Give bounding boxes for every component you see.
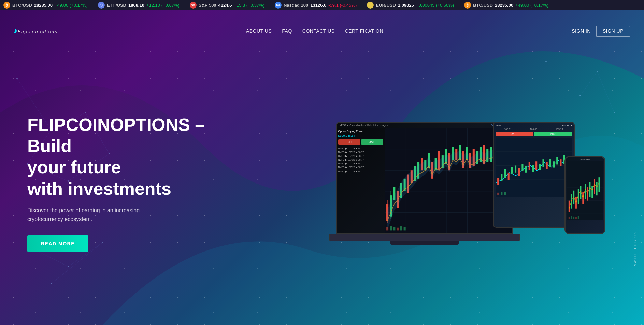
svg-rect-89 (511, 167, 513, 173)
ticker-change-sp500: +15.3 (+0.37%) (234, 3, 264, 8)
ticker-name-btc1: BTC/USD (12, 3, 32, 8)
svg-rect-75 (386, 227, 388, 230)
col-bid: 105.00 (521, 128, 546, 131)
logo-wordmark: Flipcoinoptions (18, 29, 58, 34)
ticker-bar: ₿BTC/USD28235.00+49.00 (+0.17%)⬡ETH/USD1… (0, 0, 644, 10)
header: 𝐅Flipcoinoptions ABOUT USFAQCONTACT USCE… (0, 21, 644, 42)
sell-btn: SELL (496, 132, 533, 136)
svg-rect-128 (568, 217, 570, 219)
svg-rect-122 (587, 187, 588, 201)
svg-rect-114 (568, 200, 570, 212)
ticker-item-btc1: ₿BTC/USD28235.00+49.00 (+0.17%) (3, 2, 88, 9)
ticker-item-sp500: 500S&P 5004124.6+15.3 (+0.37%) (190, 2, 264, 9)
nav-item-faq[interactable]: FAQ (282, 28, 292, 34)
laptop-screen: NFSC ▼ Charts Markets Watchlist Messages… (337, 123, 512, 233)
svg-rect-102 (556, 157, 558, 164)
main-nav: ABOUT USFAQCONTACT USCERTIFICATION (246, 28, 383, 34)
bid-label: BID (338, 139, 360, 145)
hero-content: FLIPCOINOPTIONS – Build your future with… (0, 10, 644, 325)
svg-rect-129 (571, 216, 572, 219)
ticker-price-eth: 1808.10 (128, 3, 144, 8)
hero-section: 𝐅Flipcoinoptions ABOUT USFAQCONTACT USCE… (0, 10, 644, 325)
svg-rect-86 (501, 174, 502, 181)
buy-btn: BUY (534, 132, 572, 136)
ticker-name-sp500: S&P 500 (199, 3, 216, 8)
svg-rect-127 (598, 177, 600, 192)
laptop-screen-frame: NFSC ▼ Charts Markets Watchlist Messages… (336, 122, 513, 234)
phone-device: Top Movers (564, 156, 605, 234)
chart-symbol: NFSC ▼ Charts Markets Watchlist Messages (340, 124, 388, 126)
svg-rect-131 (575, 217, 577, 219)
scroll-line (635, 208, 635, 229)
ticker-price-nasdaq: 13126.6 (310, 3, 326, 8)
ticker-change-btc1: +49.00 (+0.17%) (55, 3, 88, 8)
devices-group: NFSC ▼ Charts Markets Watchlist Messages… (329, 122, 520, 245)
svg-rect-92 (521, 164, 523, 171)
svg-rect-100 (549, 159, 551, 167)
chart-header: NFSC ▼ Charts Markets Watchlist Messages… (337, 123, 512, 128)
col-last: 105.21 (496, 128, 520, 131)
logo[interactable]: 𝐅Flipcoinoptions (14, 28, 58, 35)
sign-up-button[interactable]: SIGN UP (596, 26, 630, 37)
svg-rect-124 (591, 186, 593, 198)
hero-text: FLIPCOINOPTIONS – Build your future with… (27, 114, 232, 252)
svg-rect-99 (546, 162, 547, 169)
svg-rect-108 (504, 192, 506, 194)
ticker-name-eurusd: EUR/USD (376, 3, 396, 8)
tablet-header: NFSC 105.2379 (496, 124, 572, 127)
ticker-item-btc2: ₿BTC/USD28235.00+49.00 (+0.17%) (464, 2, 548, 9)
ticker-icon-btc2: ₿ (464, 2, 471, 9)
hero-title: FLIPCOINOPTIONS – Build your future with… (27, 114, 232, 200)
tablet-content: NFSC 105.2379 105.21 105.00 105.24 SELL … (494, 123, 574, 227)
logo-text: 𝐅 (14, 28, 18, 35)
svg-rect-93 (525, 166, 527, 172)
nav-item-contact-us[interactable]: CONTACT US (302, 28, 335, 34)
ask-label: ASK (361, 139, 383, 145)
svg-rect-79 (400, 226, 402, 230)
ticker-change-eurusd: +0.00645 (+0.60%) (416, 3, 454, 8)
hero-title-line3: with investments (27, 179, 171, 199)
ticker-price-eurusd: 1.09026 (398, 3, 414, 8)
nav-item-certification[interactable]: CERTIFICATION (345, 28, 384, 34)
col-ask: 105.24 (547, 128, 572, 131)
hero-subtitle: Discover the power of earning in an incr… (27, 206, 171, 224)
svg-rect-91 (518, 168, 520, 176)
ticker-icon-nasdaq: 100 (275, 2, 282, 9)
svg-rect-103 (560, 159, 561, 166)
laptop-device: NFSC ▼ Charts Markets Watchlist Messages… (329, 122, 520, 245)
tablet-screen: NFSC 105.2379 105.21 105.00 105.24 SELL … (494, 123, 574, 227)
svg-rect-87 (504, 169, 506, 177)
ticker-change-nasdaq: -59.1 (-0.45%) (328, 3, 357, 8)
svg-rect-77 (393, 227, 395, 230)
read-more-button[interactable]: READ MORE (27, 235, 88, 252)
ticker-item-eurusd: €EUR/USD1.09026+0.00645 (+0.60%) (367, 2, 454, 9)
nav-item-about-us[interactable]: ABOUT US (246, 28, 272, 34)
svg-rect-107 (501, 192, 502, 194)
svg-rect-126 (596, 182, 597, 195)
sidebar-heading: Option Buying Power (338, 130, 383, 133)
sign-in-button[interactable]: SIGN IN (572, 28, 591, 34)
hero-title-line1: FLIPCOINOPTIONS – Build (27, 115, 205, 156)
svg-rect-101 (553, 161, 554, 167)
chart-sidebar: Option Buying Power $100,046.64 BID ASK … (337, 128, 385, 233)
svg-rect-106 (497, 192, 499, 194)
sidebar-value: $100,046.64 (338, 134, 383, 137)
ticker-change-btc2: +49.00 (+0.17%) (515, 3, 548, 8)
ticker-item-eth: ⬡ETH/USD1808.10+12.10 (+0.67%) (98, 2, 180, 9)
phone-chart-svg (567, 161, 603, 220)
phone-header-text: Top Movers (567, 158, 603, 160)
ticker-name-eth: ETH/USD (107, 3, 126, 8)
svg-rect-78 (397, 227, 399, 230)
svg-rect-96 (535, 161, 537, 170)
auth-buttons: SIGN IN SIGN UP (572, 26, 630, 37)
ticker-price-sp500: 4124.6 (218, 3, 232, 8)
ticker-price-btc1: 28235.00 (34, 3, 53, 8)
svg-rect-95 (532, 165, 533, 172)
ticker-name-nasdaq: Nasdaq 100 (284, 3, 308, 8)
laptop-stand (390, 241, 459, 245)
tablet-device: NFSC 105.2379 105.21 105.00 105.24 SELL … (493, 122, 575, 228)
laptop-base (329, 234, 520, 241)
svg-rect-94 (528, 162, 530, 170)
ticker-icon-eurusd: € (367, 2, 374, 9)
hero-devices: NFSC ▼ Charts Markets Watchlist Messages… (232, 122, 617, 245)
